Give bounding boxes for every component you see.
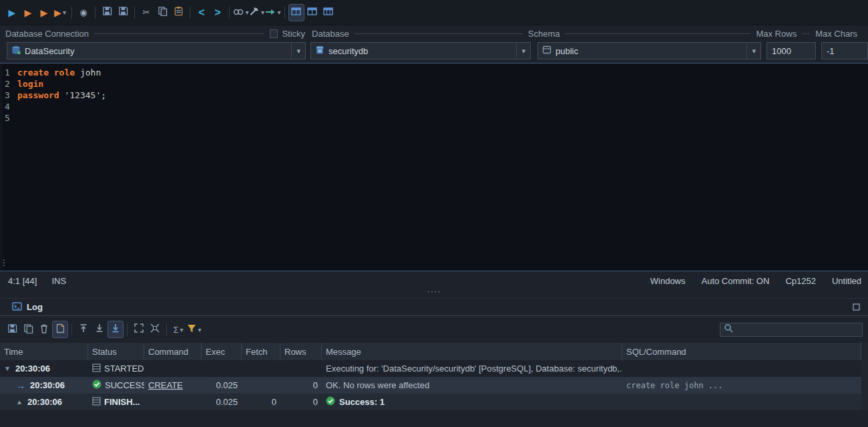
chevron-down-icon[interactable]: ▾: [516, 43, 530, 59]
forward-icon: >: [214, 7, 220, 18]
panel-splitter[interactable]: ····: [0, 286, 868, 297]
dbexplorer-icon: [291, 7, 302, 19]
copy-button[interactable]: [154, 4, 170, 21]
execute-all-icon: ▶: [9, 8, 16, 17]
data-pumper-button[interactable]: [320, 4, 337, 21]
schema-dropdown[interactable]: public ▾: [537, 42, 761, 59]
record-macro-button[interactable]: ◉: [75, 4, 91, 21]
success-check-icon: [92, 380, 101, 391]
log-cell-fetch: 0: [242, 394, 280, 410]
log-cell-rows: 0: [280, 394, 322, 410]
header-exec[interactable]: Exec: [202, 343, 242, 360]
log-cell-command[interactable]: CREATE: [144, 377, 202, 394]
scroll-to-end-button[interactable]: [91, 321, 107, 338]
execute-named-button[interactable]: ▶▾: [52, 4, 68, 21]
header-rows[interactable]: Rows: [280, 343, 322, 360]
column-config-icon[interactable]: [861, 343, 868, 360]
caret-position: 4:1 [44]: [8, 276, 37, 286]
log-search-box[interactable]: [720, 323, 863, 337]
input-mode: INS: [51, 276, 66, 286]
autocommit-status[interactable]: Auto Commit: ON: [702, 276, 770, 286]
scroll-to-top-button[interactable]: [75, 321, 91, 338]
tab-log[interactable]: Log: [5, 299, 49, 315]
save-as-button[interactable]: [115, 4, 131, 21]
log-row-selected[interactable]: →20:30:06 SUCCESS CREATE 0.025 0 OK. No …: [0, 377, 868, 394]
save-button[interactable]: [99, 4, 115, 21]
max-chars-input[interactable]: [821, 42, 868, 59]
log-cell-time[interactable]: ▼20:30:06: [0, 360, 88, 377]
tab-log-label: Log: [27, 302, 43, 312]
scroll-top-icon: [79, 323, 87, 335]
os-label: Windows: [650, 276, 686, 286]
collapse-all-button[interactable]: [147, 321, 163, 338]
divider-line: [355, 33, 523, 34]
log-row[interactable]: ▼20:30:06 STARTED Executing for: 'DataSe…: [0, 360, 868, 377]
tools-button[interactable]: ▾: [249, 4, 265, 21]
header-status[interactable]: Status: [88, 343, 144, 360]
back-button[interactable]: <: [194, 4, 210, 21]
main-toolbar: ▶ ▶ ▶ ▶▾ ◉ ✂ < > ▾ ▾ ▾: [0, 0, 868, 25]
log-row[interactable]: ▲20:30:06 FINISH... 0.025 0 0 Success: 1: [0, 394, 868, 410]
follow-output-button[interactable]: [107, 321, 124, 338]
sticky-checkbox[interactable]: [270, 29, 278, 38]
dbexplorer-button[interactable]: [288, 4, 304, 21]
chevron-down-icon: ▾: [277, 9, 280, 16]
chevron-down-icon: ▾: [180, 326, 184, 333]
filter-button[interactable]: ▾: [186, 321, 202, 338]
header-fetch[interactable]: Fetch: [242, 343, 280, 360]
clear-log-button[interactable]: [36, 321, 52, 338]
log-cell-status: SUCCESS: [88, 377, 144, 394]
keep-output-button[interactable]: [52, 321, 68, 338]
log-cell-time[interactable]: →20:30:06: [0, 377, 88, 394]
execute-current-icon: ▶: [25, 8, 32, 17]
forward-button[interactable]: >: [210, 4, 226, 21]
execute-all-button[interactable]: ▶: [4, 4, 20, 21]
aggregate-button[interactable]: Σ▾: [170, 321, 186, 338]
copy-log-button[interactable]: [20, 321, 36, 338]
connection-dropdown[interactable]: DataSecurity ▾: [7, 42, 306, 59]
scrollbar-track[interactable]: [861, 394, 868, 410]
current-statement-arrow-icon: →: [16, 380, 25, 391]
jump-to-statement-button[interactable]: ▾: [265, 4, 281, 21]
collapse-caret-icon[interactable]: ▼: [4, 365, 11, 372]
header-sql-command[interactable]: SQL/Command: [622, 343, 861, 360]
sql-editor[interactable]: 1 create role john 2 login 3 password '1…: [0, 63, 868, 271]
scrollbar-track[interactable]: [861, 360, 868, 377]
max-rows-input[interactable]: [767, 42, 816, 59]
search-input[interactable]: [736, 325, 859, 334]
header-time[interactable]: Time: [0, 343, 88, 360]
save-log-button[interactable]: [4, 321, 20, 338]
schema-icon: [542, 45, 552, 56]
divider-line: [802, 33, 810, 34]
expand-all-button[interactable]: [131, 321, 147, 338]
chevron-down-icon[interactable]: ▾: [746, 43, 761, 59]
cut-button[interactable]: ✂: [138, 4, 154, 21]
sql-workbench-window: ▶ ▶ ▶ ▶▾ ◉ ✂ < > ▾ ▾ ▾ Database Connecti…: [0, 0, 868, 427]
database-dropdown[interactable]: securitydb ▾: [310, 42, 531, 59]
toolbar-separator: [166, 323, 167, 335]
maximize-panel-button[interactable]: [853, 303, 860, 311]
execute-selected-button[interactable]: ▶: [36, 4, 52, 21]
header-message[interactable]: Message: [322, 343, 622, 360]
finish-status-icon: [92, 397, 101, 408]
max-chars-label: Max Chars: [815, 29, 857, 39]
connection-label: Database Connection: [5, 29, 89, 39]
status-value: SUCCESS: [105, 380, 144, 390]
splitter-handle-icon[interactable]: ⋮: [0, 259, 8, 267]
editor-line: 3 password '12345';: [0, 90, 868, 101]
chevron-down-icon[interactable]: ▾: [291, 43, 305, 59]
execute-current-button[interactable]: ▶: [20, 4, 36, 21]
header-command[interactable]: Command: [144, 343, 202, 360]
command-link[interactable]: CREATE: [148, 380, 183, 390]
macros-button[interactable]: ▾: [233, 4, 249, 21]
dbexplorer-window-button[interactable]: [304, 4, 320, 21]
encoding-label[interactable]: Cp1252: [785, 276, 816, 286]
save-icon: [7, 323, 17, 336]
paste-button[interactable]: [170, 4, 186, 21]
divider-line: [94, 33, 264, 34]
scrollbar-track[interactable]: [861, 377, 868, 394]
back-icon: <: [198, 7, 204, 18]
schema-value: public: [556, 46, 578, 56]
tools-icon: [250, 6, 260, 19]
log-cell-time[interactable]: ▲20:30:06: [0, 394, 88, 410]
